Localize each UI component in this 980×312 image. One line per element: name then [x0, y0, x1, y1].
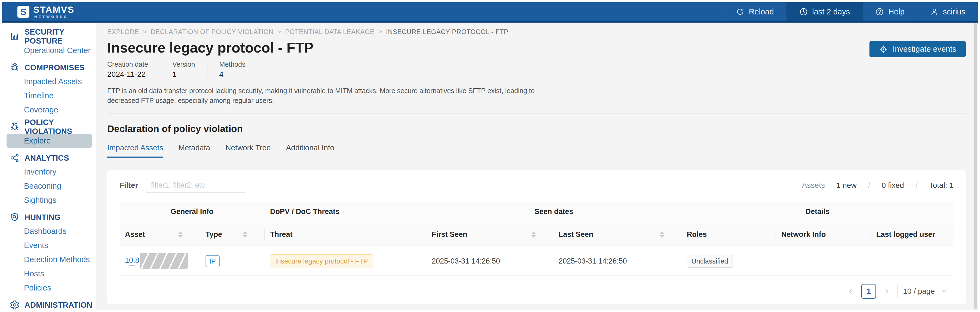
col-header-type[interactable]: Type [200, 222, 265, 247]
filter-input[interactable] [145, 178, 247, 193]
page-1-button[interactable]: 1 [861, 284, 876, 299]
tab-additional-info[interactable]: Additional Info [286, 143, 334, 158]
assets-summary: Assets 1 new / 0 fixed / Total: 1 [802, 181, 954, 190]
investigate-events-button[interactable]: Investigate events [869, 41, 966, 57]
sidebar-item-inventory[interactable]: Inventory [2, 165, 96, 179]
sort-icon[interactable] [178, 231, 183, 238]
prev-page-button[interactable] [847, 288, 854, 295]
meta-row: Creation date 2024-11-22 Version 1 Metho… [107, 60, 966, 79]
sidebar-item-events[interactable]: Events [2, 238, 96, 252]
page-title: Insecure legacy protocol - FTP [107, 40, 313, 56]
col-header-threat: Threat [265, 222, 426, 247]
topbar: S STAMVS NETWORKS Reload last 2 days Hel… [2, 2, 978, 22]
role-tag: Unclassified [687, 255, 733, 267]
scrollbar-thumb[interactable] [974, 23, 977, 309]
group-header-general-info: General Info [119, 201, 265, 222]
tab-metadata[interactable]: Metadata [178, 143, 210, 158]
col-header-roles: Roles [681, 222, 776, 247]
assets-fixed-count: 0 fixed [881, 181, 904, 190]
sidebar-item-policies[interactable]: Policies [2, 281, 96, 295]
next-page-button[interactable] [883, 288, 890, 295]
assets-new-count: 1 new [836, 181, 857, 190]
app-window: S STAMVS NETWORKS Reload last 2 days Hel… [0, 0, 980, 312]
asset-ip-link[interactable]: 10.8 [125, 256, 139, 266]
sort-icon[interactable] [243, 231, 247, 238]
sort-icon[interactable] [531, 231, 536, 238]
col-header-first-seen[interactable]: First Seen [426, 222, 553, 247]
pagination: 1 10 / page [119, 284, 954, 299]
sidebar-section-label: ANALYTICS [24, 154, 69, 162]
reload-button[interactable]: Reload [723, 2, 786, 21]
sidebar-item-coverage[interactable]: Coverage [2, 103, 96, 117]
user-label: scirius [943, 7, 965, 16]
col-header-asset[interactable]: Asset [119, 222, 200, 247]
breadcrumb-item-potential-data-leakage[interactable]: POTENTIAL DATA LEAKAGE [285, 28, 375, 36]
breadcrumb-separator: > [277, 28, 282, 36]
redacted-ip [140, 253, 188, 269]
cell-asset: 10.8 [119, 247, 200, 275]
breadcrumb-item-current: INSECURE LEGACY PROTOCOL - FTP [386, 28, 508, 36]
user-icon [930, 7, 939, 16]
col-header-last-seen[interactable]: Last Seen [553, 222, 681, 247]
assets-summary-label: Assets [802, 181, 825, 190]
gear-icon [10, 300, 20, 310]
sidebar-item-beaconing[interactable]: Beaconing [2, 179, 96, 193]
col-header-last-logged-user: Last logged user [871, 222, 954, 247]
group-header-details: Details [681, 201, 954, 222]
sidebar-section-compromises[interactable]: COMPROMISES [2, 61, 96, 74]
clock-icon [799, 7, 808, 16]
sidebar-section-administration[interactable]: ADMINISTRATION [2, 298, 96, 310]
sidebar-section-label: SECURITY POSTURE [24, 27, 96, 45]
threat-tag[interactable]: Insecure legacy protocol - FTP [270, 254, 373, 268]
chevron-right-icon [883, 288, 890, 295]
sidebar-section-analytics[interactable]: ANALYTICS [2, 151, 96, 165]
reload-icon [736, 7, 745, 16]
bug-icon [10, 122, 20, 132]
chevron-down-icon [941, 288, 947, 294]
cell-roles: Unclassified [681, 247, 776, 275]
cell-network-info [776, 247, 871, 275]
sidebar-section-hunting[interactable]: HUNTING [2, 210, 96, 224]
sidebar-item-timeline[interactable]: Timeline [2, 89, 96, 103]
sidebar-section-label: HUNTING [24, 213, 60, 222]
sidebar-item-sightings[interactable]: Sightings [2, 193, 96, 207]
investigate-events-label: Investigate events [892, 45, 956, 54]
tab-impacted-assets[interactable]: Impacted Assets [107, 143, 163, 158]
bug-icon [10, 63, 20, 72]
time-range-label: last 2 days [812, 7, 850, 16]
sidebar-item-dashboards[interactable]: Dashboards [2, 224, 96, 238]
stamus-logo: S STAMVS NETWORKS [2, 2, 74, 21]
cell-last-logged-user [871, 247, 954, 275]
cell-first-seen: 2025-03-31 14:26:50 [426, 247, 553, 275]
reload-label: Reload [749, 7, 774, 16]
assets-total-count: Total: 1 [929, 181, 954, 190]
shield-search-icon [10, 212, 20, 222]
sidebar-section-policy-violations[interactable]: POLICY VIOLATIONS [2, 120, 96, 134]
bar-chart-icon [10, 32, 20, 41]
page-size-value: 10 / page [903, 287, 935, 296]
main-content: EXPLORE > DECLARATION OF POLICY VIOLATIO… [96, 22, 978, 310]
breadcrumb-item-explore[interactable]: EXPLORE [107, 28, 139, 36]
aim-icon [879, 45, 888, 54]
impacted-assets-panel: Filter Assets 1 new / 0 fixed / Total: 1 [107, 170, 966, 304]
breadcrumb-item-declaration[interactable]: DECLARATION OF POLICY VIOLATION [151, 28, 274, 36]
sidebar: SECURITY POSTURE Operational Center COMP… [2, 22, 96, 310]
cell-threat: Insecure legacy protocol - FTP [265, 247, 426, 275]
help-label: Help [888, 7, 905, 16]
share-icon [10, 153, 20, 163]
breadcrumb: EXPLORE > DECLARATION OF POLICY VIOLATIO… [107, 28, 966, 36]
sidebar-item-hosts[interactable]: Hosts [2, 267, 96, 281]
sidebar-section-security-posture[interactable]: SECURITY POSTURE [2, 30, 96, 43]
time-range-button[interactable]: last 2 days [786, 2, 863, 21]
help-button[interactable]: Help [862, 2, 917, 21]
sidebar-item-impacted-assets[interactable]: Impacted Assets [2, 74, 96, 89]
sidebar-section-label: POLICY VIOLATIONS [24, 118, 96, 136]
tab-bar: Impacted Assets Metadata Network Tree Ad… [107, 143, 966, 158]
tab-network-tree[interactable]: Network Tree [225, 143, 271, 158]
scrollbar[interactable] [974, 22, 978, 310]
user-menu[interactable]: scirius [917, 2, 978, 21]
page-size-select[interactable]: 10 / page [897, 284, 953, 299]
ip-type-tag: IP [205, 255, 220, 267]
sidebar-item-detection-methods[interactable]: Detection Methods [2, 252, 96, 267]
sort-icon[interactable] [660, 231, 664, 238]
